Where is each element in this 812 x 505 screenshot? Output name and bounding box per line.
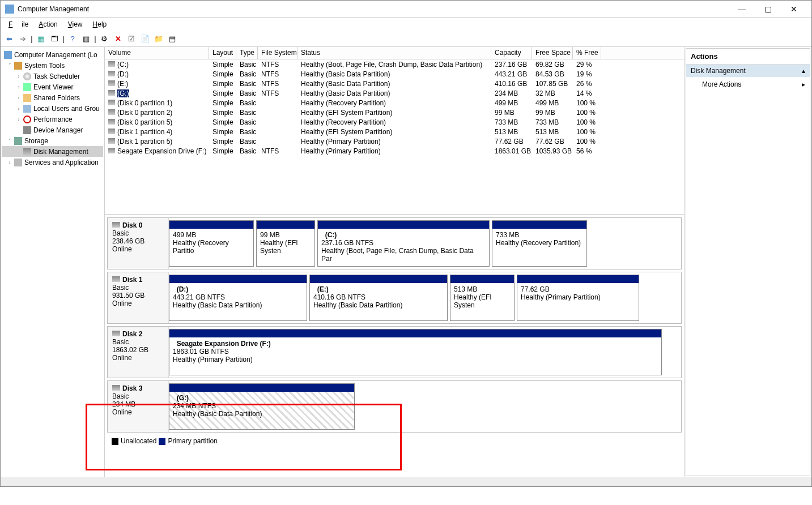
close-button[interactable]: ✕ bbox=[781, 1, 807, 17]
partition[interactable]: (G:)234 MB NTFSHealthy (Basic Data Parti… bbox=[169, 383, 355, 430]
menu-file[interactable]: File bbox=[4, 19, 33, 29]
col-status[interactable]: Status bbox=[297, 47, 491, 59]
col-volume[interactable]: Volume bbox=[105, 47, 209, 59]
separator: | bbox=[93, 33, 97, 45]
perf-icon bbox=[23, 115, 31, 123]
check-button[interactable]: ☑ bbox=[125, 33, 138, 45]
tree-device-manager[interactable]: Device Manager bbox=[2, 125, 103, 135]
volume-row[interactable]: (E:)SimpleBasicNTFSHealthy (Basic Data P… bbox=[105, 79, 684, 88]
tree-root[interactable]: Computer Management (Lo bbox=[2, 49, 103, 60]
tree-performance[interactable]: ›Performance bbox=[2, 114, 103, 125]
partition[interactable]: 77.62 GBHealthy (Primary Partition) bbox=[517, 275, 639, 321]
actions-disk-management[interactable]: Disk Management ▴ bbox=[686, 65, 810, 77]
refresh-button[interactable]: ▥ bbox=[80, 33, 92, 45]
horizontal-scrollbar[interactable] bbox=[1, 477, 811, 486]
volume-list[interactable]: Volume Layout Type File System Status Ca… bbox=[105, 47, 684, 215]
delete-button[interactable]: ✕ bbox=[112, 33, 124, 45]
partition[interactable]: 513 MBHealthy (EFI Systen bbox=[450, 275, 515, 321]
storage-icon bbox=[14, 137, 22, 145]
partition-container: (G:)234 MB NTFSHealthy (Basic Data Parti… bbox=[169, 381, 681, 432]
disk-block[interactable]: Disk 3Basic234 MBOnline (G:)234 MB NTFSH… bbox=[107, 380, 682, 433]
actions-pane: Actions Disk Management ▴ More Actions ▸ bbox=[686, 48, 810, 476]
partition-container: Seagate Expansion Drive (F:)1863.01 GB N… bbox=[169, 327, 681, 378]
tree-system-tools[interactable]: ˅System Tools bbox=[2, 60, 103, 71]
volume-row[interactable]: (Disk 1 partition 4)SimpleBasicHealthy (… bbox=[105, 127, 684, 136]
up-button[interactable]: ▦ bbox=[35, 33, 47, 45]
tree-event-viewer[interactable]: ›Event Viewer bbox=[2, 82, 103, 92]
expand-icon: ▸ bbox=[802, 80, 805, 88]
navigation-tree[interactable]: Computer Management (Lo ˅System Tools ›T… bbox=[1, 47, 105, 477]
disk-block[interactable]: Disk 2Basic1863.02 GBOnline Seagate Expa… bbox=[107, 326, 682, 378]
toolbar: ⬅ ➔ | ▦ 🗔 | ? ▥ | ⚙ ✕ ☑ 📄 📁 ▤ bbox=[1, 31, 811, 47]
folder-button[interactable]: 📁 bbox=[152, 33, 165, 45]
app-icon bbox=[5, 5, 14, 14]
menu-action[interactable]: Action bbox=[34, 19, 62, 29]
actions-more-label: More Actions bbox=[702, 80, 741, 88]
partition[interactable]: (E:)410.16 GB NTFSHealthy (Basic Data Pa… bbox=[309, 275, 448, 321]
clock-icon bbox=[23, 72, 31, 80]
menubar: File Action View Help bbox=[1, 18, 811, 31]
volume-row[interactable]: (Disk 0 partition 1)SimpleBasicHealthy (… bbox=[105, 98, 684, 108]
partition[interactable]: 733 MBHealthy (Recovery Partition) bbox=[492, 220, 587, 267]
tree-local-users[interactable]: ›Local Users and Grou bbox=[2, 103, 103, 114]
col-type[interactable]: Type bbox=[236, 47, 258, 59]
tree-storage[interactable]: ˅Storage bbox=[2, 135, 103, 146]
volume-rows: (C:)SimpleBasicNTFSHealthy (Boot, Page F… bbox=[105, 59, 684, 156]
services-icon bbox=[14, 159, 22, 166]
actions-header: Actions bbox=[686, 49, 810, 65]
col-pct-free[interactable]: % Free bbox=[573, 47, 601, 59]
help-button[interactable]: ? bbox=[66, 33, 79, 45]
disk-info: Disk 3Basic234 MBOnline bbox=[108, 381, 169, 432]
actions-disk-mgmt-label: Disk Management bbox=[691, 67, 746, 75]
app-window: Computer Management — ▢ ✕ File Action Vi… bbox=[0, 0, 812, 487]
partition[interactable]: (C:)237.16 GB NTFSHealthy (Boot, Page Fi… bbox=[317, 220, 490, 267]
window-controls: — ▢ ✕ bbox=[729, 1, 807, 17]
volume-row[interactable]: (Disk 0 partition 5)SimpleBasicHealthy (… bbox=[105, 117, 684, 127]
disk-map-area[interactable]: Disk 0Basic238.46 GBOnline499 MBHealthy … bbox=[105, 215, 684, 477]
tree-shared-folders[interactable]: ›Shared Folders bbox=[2, 92, 103, 103]
tree-services[interactable]: ›Services and Application bbox=[2, 157, 103, 168]
volume-row[interactable]: (G:)SimpleBasicNTFSHealthy (Basic Data P… bbox=[105, 88, 684, 98]
col-free[interactable]: Free Space bbox=[532, 47, 573, 59]
content-area: Computer Management (Lo ˅System Tools ›T… bbox=[1, 47, 811, 477]
disk-info: Disk 2Basic1863.02 GBOnline bbox=[108, 327, 169, 378]
partition[interactable]: 499 MBHealthy (Recovery Partitio bbox=[169, 220, 254, 267]
new-button[interactable]: 📄 bbox=[139, 33, 151, 45]
maximize-button[interactable]: ▢ bbox=[755, 1, 781, 17]
volume-list-header[interactable]: Volume Layout Type File System Status Ca… bbox=[105, 47, 684, 59]
actions-more[interactable]: More Actions ▸ bbox=[686, 77, 810, 92]
volume-row[interactable]: (D:)SimpleBasicNTFSHealthy (Basic Data P… bbox=[105, 69, 684, 79]
partition-container: (D:)443.21 GB NTFSHealthy (Basic Data Pa… bbox=[169, 272, 681, 323]
col-layout[interactable]: Layout bbox=[209, 47, 236, 59]
disk-block[interactable]: Disk 0Basic238.46 GBOnline499 MBHealthy … bbox=[107, 217, 682, 269]
tools-icon bbox=[14, 62, 22, 70]
col-filesystem[interactable]: File System bbox=[258, 47, 297, 59]
titlebar[interactable]: Computer Management — ▢ ✕ bbox=[1, 1, 811, 18]
back-button[interactable]: ⬅ bbox=[3, 33, 15, 45]
disk-info: Disk 0Basic238.46 GBOnline bbox=[108, 218, 169, 269]
computer-icon bbox=[4, 51, 12, 59]
props-button[interactable]: 🗔 bbox=[48, 33, 61, 45]
partition[interactable]: 99 MBHealthy (EFI Systen bbox=[256, 220, 315, 267]
disk-block[interactable]: Disk 1Basic931.50 GBOnline (D:)443.21 GB… bbox=[107, 272, 682, 324]
tree-task-scheduler[interactable]: ›Task Scheduler bbox=[2, 71, 103, 82]
volume-row[interactable]: (Disk 0 partition 2)SimpleBasicHealthy (… bbox=[105, 108, 684, 117]
view-button[interactable]: ▤ bbox=[166, 33, 178, 45]
minimize-button[interactable]: — bbox=[729, 1, 755, 17]
menu-help[interactable]: Help bbox=[88, 19, 112, 29]
partition[interactable]: (D:)443.21 GB NTFSHealthy (Basic Data Pa… bbox=[169, 275, 307, 321]
folder-icon bbox=[23, 94, 31, 102]
tree-disk-management[interactable]: Disk Management bbox=[2, 146, 103, 157]
settings-button[interactable]: ⚙ bbox=[98, 33, 110, 45]
col-capacity[interactable]: Capacity bbox=[491, 47, 532, 59]
volume-row[interactable]: (Disk 1 partition 5)SimpleBasicHealthy (… bbox=[105, 136, 684, 146]
volume-row[interactable]: (C:)SimpleBasicNTFSHealthy (Boot, Page F… bbox=[105, 59, 684, 69]
volume-row[interactable]: Seagate Expansion Drive (F:)SimpleBasicN… bbox=[105, 146, 684, 156]
partition[interactable]: Seagate Expansion Drive (F:)1863.01 GB N… bbox=[169, 329, 662, 375]
forward-button[interactable]: ➔ bbox=[16, 33, 29, 45]
partition-container: 499 MBHealthy (Recovery Partitio99 MBHea… bbox=[169, 218, 681, 269]
center-pane: Volume Layout Type File System Status Ca… bbox=[105, 47, 685, 477]
menu-view[interactable]: View bbox=[63, 19, 87, 29]
users-icon bbox=[23, 105, 31, 113]
event-icon bbox=[23, 83, 31, 91]
